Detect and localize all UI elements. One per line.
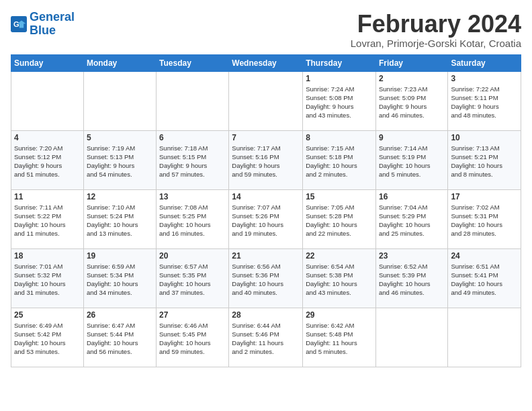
day-number: 1 [306,74,373,83]
day-detail: Sunrise: 7:01 AM Sunset: 5:32 PM Dayligh… [14,262,81,298]
day-number: 21 [232,251,300,261]
calendar-cell [83,71,156,130]
day-detail: Sunrise: 6:52 AM Sunset: 5:39 PM Dayligh… [379,262,445,298]
calendar-cell: 4Sunrise: 7:20 AM Sunset: 5:12 PM Daylig… [11,130,84,189]
calendar-header-row: SundayMondayTuesdayWednesdayThursdayFrid… [11,54,521,71]
day-number: 17 [451,192,518,201]
day-number: 3 [451,74,518,83]
calendar-cell: 21Sunrise: 6:56 AM Sunset: 5:36 PM Dayli… [229,248,303,308]
calendar-cell: 12Sunrise: 7:10 AM Sunset: 5:24 PM Dayli… [83,189,156,248]
calendar-week-3: 11Sunrise: 7:11 AM Sunset: 5:22 PM Dayli… [11,189,521,248]
calendar-cell: 13Sunrise: 7:08 AM Sunset: 5:25 PM Dayli… [157,189,229,248]
day-detail: Sunrise: 7:04 AM Sunset: 5:29 PM Dayligh… [379,203,445,238]
day-detail: Sunrise: 7:20 AM Sunset: 5:12 PM Dayligh… [14,144,81,179]
day-number: 9 [379,133,445,142]
calendar-subtitle: Lovran, Primorje-Gorski Kotar, Croatia [351,38,521,49]
day-header-saturday: Saturday [448,54,521,71]
calendar-cell: 2Sunrise: 7:23 AM Sunset: 5:09 PM Daylig… [375,71,447,130]
calendar-cell: 3Sunrise: 7:22 AM Sunset: 5:11 PM Daylig… [448,71,521,130]
day-header-wednesday: Wednesday [229,54,303,71]
calendar-cell: 8Sunrise: 7:15 AM Sunset: 5:18 PM Daylig… [303,130,376,189]
day-detail: Sunrise: 7:05 AM Sunset: 5:28 PM Dayligh… [306,203,373,238]
calendar-cell: 24Sunrise: 6:51 AM Sunset: 5:41 PM Dayli… [448,248,521,308]
day-number: 10 [451,133,518,142]
logo: G General Blue [11,11,75,38]
day-header-sunday: Sunday [11,54,84,71]
day-detail: Sunrise: 7:23 AM Sunset: 5:09 PM Dayligh… [379,85,445,120]
calendar-cell: 5Sunrise: 7:19 AM Sunset: 5:13 PM Daylig… [83,130,156,189]
day-detail: Sunrise: 6:51 AM Sunset: 5:41 PM Dayligh… [451,262,518,298]
day-header-friday: Friday [375,54,447,71]
calendar-cell: 23Sunrise: 6:52 AM Sunset: 5:39 PM Dayli… [375,248,447,308]
day-number: 13 [159,192,226,201]
day-detail: Sunrise: 7:18 AM Sunset: 5:15 PM Dayligh… [159,144,226,179]
calendar-cell [229,71,303,130]
calendar-cell [448,308,521,367]
day-number: 14 [232,192,300,201]
day-detail: Sunrise: 6:54 AM Sunset: 5:38 PM Dayligh… [306,262,373,298]
day-detail: Sunrise: 7:08 AM Sunset: 5:25 PM Dayligh… [159,203,226,238]
day-number: 4 [14,133,81,142]
day-number: 15 [306,192,373,201]
day-detail: Sunrise: 6:49 AM Sunset: 5:42 PM Dayligh… [14,321,81,357]
calendar-cell: 19Sunrise: 6:59 AM Sunset: 5:34 PM Dayli… [83,248,156,308]
logo-text-line2: Blue [30,24,75,38]
day-detail: Sunrise: 7:11 AM Sunset: 5:22 PM Dayligh… [14,203,81,238]
svg-text:G: G [13,20,19,28]
day-number: 12 [87,192,153,201]
calendar-cell: 28Sunrise: 6:44 AM Sunset: 5:46 PM Dayli… [229,308,303,367]
title-area: February 2024 Lovran, Primorje-Gorski Ko… [351,11,521,49]
day-number: 5 [87,133,153,142]
calendar-cell: 22Sunrise: 6:54 AM Sunset: 5:38 PM Dayli… [303,248,376,308]
calendar-cell: 15Sunrise: 7:05 AM Sunset: 5:28 PM Dayli… [303,189,376,248]
calendar-cell: 7Sunrise: 7:17 AM Sunset: 5:16 PM Daylig… [229,130,303,189]
calendar-cell: 20Sunrise: 6:57 AM Sunset: 5:35 PM Dayli… [157,248,229,308]
day-detail: Sunrise: 7:10 AM Sunset: 5:24 PM Dayligh… [87,203,153,238]
calendar-cell: 11Sunrise: 7:11 AM Sunset: 5:22 PM Dayli… [11,189,84,248]
day-number: 6 [159,133,226,142]
day-detail: Sunrise: 6:57 AM Sunset: 5:35 PM Dayligh… [159,262,226,298]
calendar-cell: 14Sunrise: 7:07 AM Sunset: 5:26 PM Dayli… [229,189,303,248]
day-number: 26 [87,310,153,320]
day-header-thursday: Thursday [303,54,376,71]
day-number: 22 [306,251,373,261]
calendar-cell: 18Sunrise: 7:01 AM Sunset: 5:32 PM Dayli… [11,248,84,308]
day-detail: Sunrise: 7:19 AM Sunset: 5:13 PM Dayligh… [87,144,153,179]
calendar-cell: 16Sunrise: 7:04 AM Sunset: 5:29 PM Dayli… [375,189,447,248]
day-number: 20 [159,251,226,261]
day-number: 7 [232,133,300,142]
day-detail: Sunrise: 7:02 AM Sunset: 5:31 PM Dayligh… [451,203,518,238]
day-detail: Sunrise: 6:46 AM Sunset: 5:45 PM Dayligh… [159,321,226,357]
day-number: 28 [232,310,300,320]
day-number: 19 [87,251,153,261]
day-detail: Sunrise: 7:22 AM Sunset: 5:11 PM Dayligh… [451,85,518,120]
day-detail: Sunrise: 6:42 AM Sunset: 5:48 PM Dayligh… [306,321,373,357]
day-detail: Sunrise: 6:56 AM Sunset: 5:36 PM Dayligh… [232,262,300,298]
day-detail: Sunrise: 6:47 AM Sunset: 5:44 PM Dayligh… [87,321,153,357]
day-detail: Sunrise: 6:44 AM Sunset: 5:46 PM Dayligh… [232,321,300,357]
calendar-cell: 26Sunrise: 6:47 AM Sunset: 5:44 PM Dayli… [83,308,156,367]
calendar-cell: 1Sunrise: 7:24 AM Sunset: 5:08 PM Daylig… [303,71,376,130]
day-detail: Sunrise: 7:13 AM Sunset: 5:21 PM Dayligh… [451,144,518,179]
day-number: 27 [159,310,226,320]
day-number: 23 [379,251,445,261]
day-number: 2 [379,74,445,83]
day-number: 24 [451,251,518,261]
calendar-cell [157,71,229,130]
calendar-week-5: 25Sunrise: 6:49 AM Sunset: 5:42 PM Dayli… [11,308,521,367]
logo-text-line1: General [30,11,75,24]
calendar-cell: 10Sunrise: 7:13 AM Sunset: 5:21 PM Dayli… [448,130,521,189]
calendar-cell [375,308,447,367]
calendar-week-1: 1Sunrise: 7:24 AM Sunset: 5:08 PM Daylig… [11,71,521,130]
day-number: 8 [306,133,373,142]
logo-icon: G [11,16,27,32]
day-number: 25 [14,310,81,320]
calendar-cell: 25Sunrise: 6:49 AM Sunset: 5:42 PM Dayli… [11,308,84,367]
day-detail: Sunrise: 6:59 AM Sunset: 5:34 PM Dayligh… [87,262,153,298]
calendar-cell: 27Sunrise: 6:46 AM Sunset: 5:45 PM Dayli… [157,308,229,367]
day-detail: Sunrise: 7:17 AM Sunset: 5:16 PM Dayligh… [232,144,300,179]
day-header-monday: Monday [83,54,156,71]
day-number: 16 [379,192,445,201]
calendar-cell [11,71,84,130]
day-number: 18 [14,251,81,261]
